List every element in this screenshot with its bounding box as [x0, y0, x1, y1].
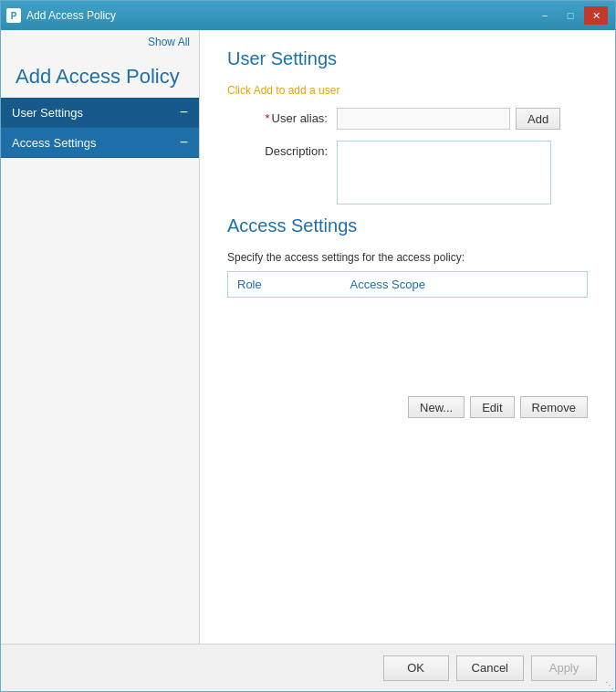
add-user-button[interactable]: Add — [516, 108, 560, 130]
new-button[interactable]: New... — [408, 396, 465, 418]
access-table-header: Role Access Scope — [228, 272, 588, 298]
table-action-buttons: New... Edit Remove — [227, 396, 588, 418]
resize-grip[interactable]: ⋱ — [601, 677, 616, 692]
user-settings-collapse-icon: − — [180, 105, 188, 120]
description-input[interactable] — [337, 141, 551, 204]
title-bar: P Add Access Policy − □ ✕ — [1, 1, 615, 30]
main-panel: User Settings Click Add to add a user *U… — [200, 30, 615, 644]
footer: OK Cancel Apply — [1, 644, 615, 691]
sidebar-page-title: Add Access Policy — [1, 52, 199, 98]
access-table-body — [228, 298, 588, 389]
cancel-button[interactable]: Cancel — [456, 655, 524, 681]
app-icon: P — [6, 8, 21, 23]
sidebar-item-user-settings[interactable]: User Settings − — [1, 98, 199, 128]
user-alias-input[interactable] — [337, 108, 510, 130]
description-label: Description: — [227, 141, 337, 158]
window-title: Add Access Policy — [26, 9, 116, 22]
user-settings-section: User Settings Click Add to add a user *U… — [227, 48, 588, 204]
description-input-area — [337, 141, 588, 204]
specify-text: Specify the access settings for the acce… — [227, 251, 588, 264]
sidebar-header: Show All — [1, 30, 199, 52]
minimize-button[interactable]: − — [533, 6, 557, 25]
access-settings-collapse-icon: − — [180, 135, 188, 150]
window-controls: − □ ✕ — [533, 6, 608, 25]
user-alias-input-area: Add — [337, 108, 588, 130]
user-alias-row: *User alias: Add — [227, 108, 588, 130]
user-settings-title: User Settings — [227, 48, 588, 69]
description-row: Description: — [227, 141, 588, 204]
content-area: Show All Add Access Policy User Settings… — [1, 30, 615, 644]
sidebar: Show All Add Access Policy User Settings… — [1, 30, 200, 644]
user-settings-hint: Click Add to add a user — [227, 84, 588, 97]
user-alias-label: *User alias: — [227, 108, 337, 125]
apply-button[interactable]: Apply — [531, 655, 597, 681]
access-settings-title: Access Settings — [227, 215, 588, 236]
remove-button[interactable]: Remove — [520, 396, 588, 418]
ok-button[interactable]: OK — [383, 655, 449, 681]
required-indicator: * — [266, 111, 270, 125]
access-settings-section: Access Settings Specify the access setti… — [227, 215, 588, 418]
access-table: Role Access Scope — [227, 271, 588, 389]
maximize-button[interactable]: □ — [559, 6, 582, 25]
close-button[interactable]: ✕ — [584, 6, 608, 25]
sidebar-item-access-settings[interactable]: Access Settings − — [1, 128, 199, 158]
edit-button[interactable]: Edit — [470, 396, 514, 418]
show-all-link[interactable]: Show All — [148, 36, 190, 48]
role-column-header: Role — [228, 272, 341, 298]
access-scope-column-header: Access Scope — [341, 272, 588, 298]
